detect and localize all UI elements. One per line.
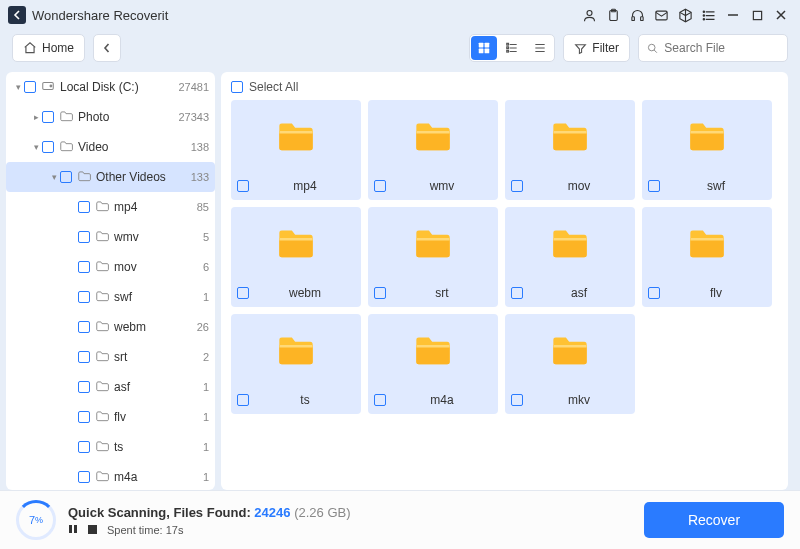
folder-tile[interactable]: mov (505, 100, 635, 200)
tree-row[interactable]: m4a1 (6, 462, 215, 490)
folder-tile[interactable]: swf (642, 100, 772, 200)
select-all-label: Select All (249, 80, 298, 94)
disk-icon (40, 79, 56, 96)
select-all-row[interactable]: Select All (221, 80, 788, 100)
clipboard-icon[interactable] (602, 4, 624, 26)
svg-point-6 (703, 11, 704, 12)
tree-checkbox[interactable] (42, 141, 54, 153)
tree-row[interactable]: ▾Local Disk (C:)27481 (6, 72, 215, 102)
tree-count: 1 (203, 411, 209, 423)
folder-tile[interactable]: srt (368, 207, 498, 307)
folder-grid: mp4wmvmovswfwebmsrtasfflvtsm4amkv (221, 100, 788, 414)
tree-label: Local Disk (C:) (60, 80, 178, 94)
tree-label: Video (78, 140, 191, 154)
tree-row[interactable]: mov6 (6, 252, 215, 282)
folder-icon (76, 169, 92, 186)
tree-checkbox[interactable] (78, 441, 90, 453)
folder-tile[interactable]: ts (231, 314, 361, 414)
tree-row[interactable]: ts1 (6, 432, 215, 462)
home-button[interactable]: Home (12, 34, 85, 62)
tile-checkbox[interactable] (511, 180, 523, 192)
svg-rect-9 (753, 11, 761, 19)
tree-checkbox[interactable] (78, 291, 90, 303)
twisty-icon[interactable]: ▾ (48, 172, 60, 182)
tree-row[interactable]: wmv5 (6, 222, 215, 252)
filter-button[interactable]: Filter (563, 34, 630, 62)
tile-checkbox[interactable] (648, 287, 660, 299)
menu-list-icon[interactable] (698, 4, 720, 26)
close-icon[interactable] (770, 4, 792, 26)
tree-row[interactable]: mp485 (6, 192, 215, 222)
headset-icon[interactable] (626, 4, 648, 26)
folder-tile[interactable]: mp4 (231, 100, 361, 200)
tile-checkbox[interactable] (511, 394, 523, 406)
tree-label: Photo (78, 110, 178, 124)
view-compact-button[interactable] (526, 35, 554, 61)
folder-tile[interactable]: asf (505, 207, 635, 307)
tile-checkbox[interactable] (648, 180, 660, 192)
folder-tile[interactable]: flv (642, 207, 772, 307)
twisty-icon[interactable]: ▾ (12, 82, 24, 92)
recover-button[interactable]: Recover (644, 502, 784, 538)
back-button[interactable] (93, 34, 121, 62)
folder-icon (94, 379, 110, 396)
mail-icon[interactable] (650, 4, 672, 26)
tree-checkbox[interactable] (78, 351, 90, 363)
tree-count: 5 (203, 231, 209, 243)
tree-row[interactable]: swf1 (6, 282, 215, 312)
tree-row[interactable]: asf1 (6, 372, 215, 402)
tree-checkbox[interactable] (78, 231, 90, 243)
svg-rect-11 (485, 43, 490, 48)
svg-rect-3 (631, 16, 634, 20)
tree-checkbox[interactable] (78, 411, 90, 423)
tile-checkbox[interactable] (237, 180, 249, 192)
tile-checkbox[interactable] (511, 287, 523, 299)
tree-label: mp4 (114, 200, 197, 214)
tree-checkbox[interactable] (42, 111, 54, 123)
tile-checkbox[interactable] (374, 287, 386, 299)
search-wrap[interactable] (638, 34, 788, 62)
select-all-checkbox[interactable] (231, 81, 243, 93)
tree-label: swf (114, 290, 203, 304)
svg-rect-4 (640, 16, 643, 20)
tree-checkbox[interactable] (78, 261, 90, 273)
folder-thumb (368, 207, 498, 279)
folder-tile[interactable]: m4a (368, 314, 498, 414)
twisty-icon[interactable]: ▸ (30, 112, 42, 122)
minimize-icon[interactable] (722, 4, 744, 26)
stop-icon[interactable] (88, 524, 97, 536)
tree-checkbox[interactable] (78, 201, 90, 213)
tree-row[interactable]: ▾Other Videos133 (6, 162, 215, 192)
tile-checkbox[interactable] (237, 394, 249, 406)
view-list-button[interactable] (498, 35, 526, 61)
brand-icon (8, 6, 26, 24)
tree-row[interactable]: webm26 (6, 312, 215, 342)
tile-checkbox[interactable] (237, 287, 249, 299)
tile-checkbox[interactable] (374, 394, 386, 406)
tile-label: swf (666, 179, 766, 193)
svg-point-17 (648, 44, 655, 51)
folder-tile[interactable]: webm (231, 207, 361, 307)
tree-checkbox[interactable] (60, 171, 72, 183)
folder-tile[interactable]: mkv (505, 314, 635, 414)
tree-row[interactable]: srt2 (6, 342, 215, 372)
tree-checkbox[interactable] (24, 81, 36, 93)
tile-label: mov (529, 179, 629, 193)
view-grid-button[interactable] (471, 36, 497, 60)
tree-row[interactable]: ▾Video138 (6, 132, 215, 162)
folder-tile[interactable]: wmv (368, 100, 498, 200)
tree-row[interactable]: ▸Photo27343 (6, 102, 215, 132)
tree-checkbox[interactable] (78, 381, 90, 393)
tile-label: m4a (392, 393, 492, 407)
twisty-icon[interactable]: ▾ (30, 142, 42, 152)
tree-checkbox[interactable] (78, 471, 90, 483)
tree-checkbox[interactable] (78, 321, 90, 333)
search-input[interactable] (664, 41, 779, 55)
cube-icon[interactable] (674, 4, 696, 26)
tile-checkbox[interactable] (374, 180, 386, 192)
account-icon[interactable] (578, 4, 600, 26)
tree-row[interactable]: flv1 (6, 402, 215, 432)
maximize-icon[interactable] (746, 4, 768, 26)
svg-rect-21 (74, 525, 77, 533)
pause-icon[interactable] (68, 524, 78, 536)
